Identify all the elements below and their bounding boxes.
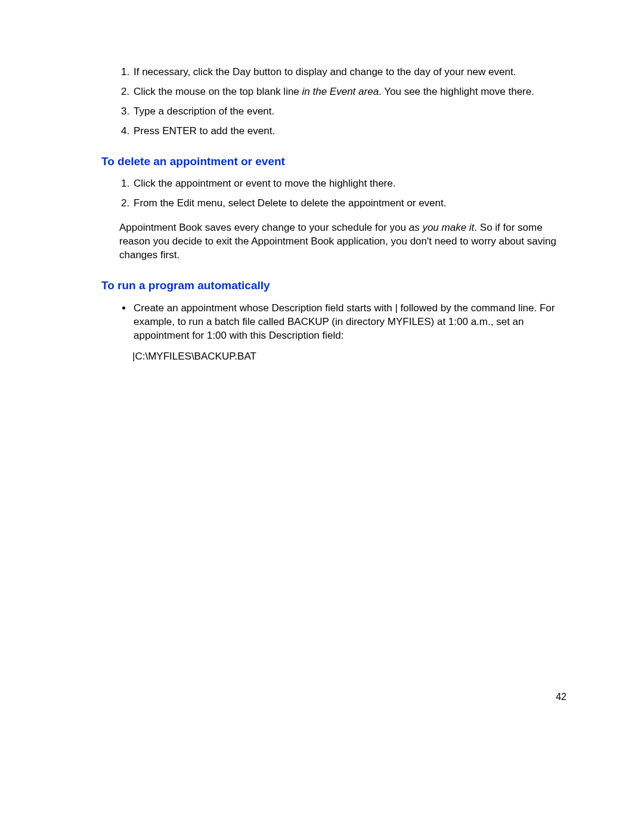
paragraph-autosave: Appointment Book saves every change to y…	[119, 221, 572, 262]
para-text-a: Appointment Book saves every change to y…	[119, 222, 409, 233]
ordered-list-delete: Click the appointment or event to move t…	[101, 177, 572, 210]
list-item-text: If necessary, click the Day button to di…	[134, 66, 516, 78]
page-number: 42	[556, 692, 566, 702]
list-item-text: Create an appointment whose Description …	[134, 302, 555, 341]
ordered-list-add-event: If necessary, click the Day button to di…	[101, 66, 572, 138]
code-example: |C:\MYFILES\BACKUP.BAT	[132, 350, 572, 364]
list-item: From the Edit menu, select Delete to del…	[132, 197, 572, 210]
heading-run-program: To run a program automatically	[101, 278, 572, 293]
list-item-em: in the Event area	[302, 86, 379, 97]
list-item: Type a description of the event.	[132, 105, 572, 119]
para-em: as you make it	[409, 222, 475, 233]
list-item: Create an appointment whose Description …	[132, 302, 572, 343]
list-item: Click the mouse on the top blank line in…	[132, 85, 572, 99]
list-item-text: From the Edit menu, select Delete to del…	[134, 197, 446, 209]
list-item-text: Press ENTER to add the event.	[134, 125, 275, 137]
bullet-list-run-program: Create an appointment whose Description …	[101, 302, 572, 343]
list-item: Click the appointment or event to move t…	[132, 177, 572, 191]
list-item-text-b: . You see the highlight move there.	[379, 86, 534, 97]
list-item-text-a: Click the mouse on the top blank line	[134, 86, 302, 97]
list-item: Press ENTER to add the event.	[132, 125, 572, 138]
heading-delete-appointment: To delete an appointment or event	[101, 154, 572, 169]
list-item-text: Type a description of the event.	[134, 106, 274, 117]
list-item: If necessary, click the Day button to di…	[132, 66, 572, 79]
document-page: If necessary, click the Day button to di…	[0, 0, 644, 363]
list-item-text: Click the appointment or event to move t…	[134, 178, 395, 189]
